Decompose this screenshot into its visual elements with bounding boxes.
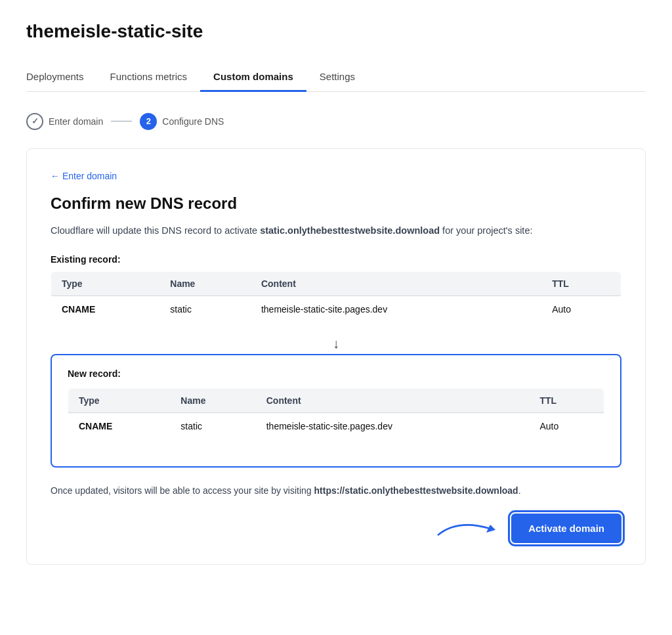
existing-row-content: themeisle-static-site.pages.dev (251, 296, 541, 322)
new-record-box: New record: Type Name Content TTL CNAME … (51, 354, 621, 468)
desc-before: Cloudflare will update this DNS record t… (51, 225, 260, 236)
new-row-name: static (170, 412, 255, 439)
new-col-name: Name (170, 388, 255, 412)
existing-col-name: Name (159, 271, 251, 296)
new-col-content: Content (256, 388, 530, 412)
stepper: ✓ Enter domain 2 Configure DNS (26, 113, 646, 130)
arrow-down-icon: ↓ (51, 336, 621, 351)
arrow-to-button (431, 515, 510, 542)
existing-table-row: CNAME static themeisle-static-site.pages… (51, 296, 621, 322)
button-row: Activate domain (51, 514, 621, 543)
desc-after: for your project's site: (440, 225, 532, 236)
existing-col-content: Content (251, 271, 541, 296)
dns-card: ← Enter domain Confirm new DNS record Cl… (26, 148, 646, 565)
step-1-label: Enter domain (49, 116, 103, 127)
step-divider (111, 121, 132, 122)
tab-bar: Deployments Functions metrics Custom dom… (26, 63, 646, 92)
new-row-ttl: Auto (530, 412, 604, 439)
activate-domain-button[interactable]: Activate domain (511, 514, 621, 543)
tab-settings[interactable]: Settings (306, 63, 368, 92)
existing-record-label: Existing record: (51, 254, 621, 265)
tab-custom-domains[interactable]: Custom domains (200, 63, 306, 92)
new-col-type: Type (68, 388, 171, 412)
new-row-type: CNAME (68, 412, 171, 439)
footer-url: https://static.onlythebesttestwebsite.do… (314, 485, 518, 496)
existing-row-type: CNAME (51, 296, 160, 322)
new-row-content: themeisle-static-site.pages.dev (256, 412, 530, 439)
new-record-label: New record: (68, 368, 604, 379)
existing-row-name: static (159, 296, 251, 322)
curved-arrow-svg (431, 515, 510, 542)
step-1-circle: ✓ (26, 113, 43, 130)
footer-before: Once updated, visitors will be able to a… (51, 485, 314, 496)
back-link[interactable]: ← Enter domain (51, 171, 117, 181)
existing-record-table: Type Name Content TTL CNAME static theme… (51, 271, 621, 323)
new-table-row: CNAME static themeisle-static-site.pages… (68, 412, 604, 439)
footer-after: . (518, 485, 521, 496)
existing-row-ttl: Auto (541, 296, 621, 322)
existing-col-ttl: TTL (541, 271, 621, 296)
existing-col-type: Type (51, 271, 160, 296)
page-title: themeisle-static-site (26, 21, 646, 42)
footer-text: Once updated, visitors will be able to a… (51, 483, 621, 498)
tab-functions-metrics[interactable]: Functions metrics (97, 63, 201, 92)
new-col-ttl: TTL (530, 388, 604, 412)
new-record-table: Type Name Content TTL CNAME static theme… (68, 388, 604, 440)
step-2-label: Configure DNS (162, 116, 224, 127)
card-title: Confirm new DNS record (51, 194, 621, 213)
step-2-circle: 2 (140, 113, 157, 130)
card-description: Cloudflare will update this DNS record t… (51, 223, 621, 238)
domain-bold: static.onlythebesttestwebsite.download (260, 225, 440, 236)
step-2: 2 Configure DNS (140, 113, 224, 130)
step-1: ✓ Enter domain (26, 113, 103, 130)
tab-deployments[interactable]: Deployments (26, 63, 97, 92)
